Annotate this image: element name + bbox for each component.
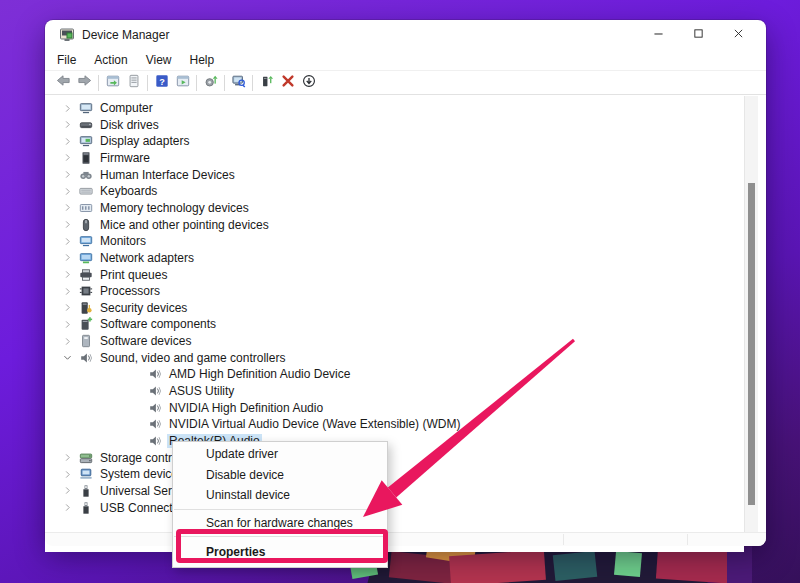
minimize-button[interactable] [638, 20, 678, 50]
device-manager-icon [59, 27, 75, 43]
tree-item-memory-technology-devices[interactable]: Memory technology devices [61, 199, 251, 216]
tree-item-computer[interactable]: Computer [61, 100, 155, 117]
close-icon [732, 26, 745, 44]
tree-item-nvidia-virtual-audio-device-wave-extensible-wdm[interactable]: NVIDIA Virtual Audio Device (Wave Extens… [130, 416, 462, 433]
vertical-scrollbar[interactable] [744, 96, 758, 545]
chevron-right-icon[interactable] [61, 468, 73, 480]
tree-item-label: Monitors [98, 234, 148, 248]
svg-text:?: ? [159, 76, 165, 86]
tree-item-network-adapters[interactable]: Network adapters [61, 249, 196, 266]
chevron-right-icon[interactable] [61, 335, 73, 347]
tree-item-sound-video-and-game-controllers[interactable]: Sound, video and game controllers [61, 349, 287, 366]
console-window-button[interactable] [102, 73, 123, 93]
forward-button[interactable] [74, 73, 95, 93]
chevron-right-icon[interactable] [61, 452, 73, 464]
tree-item-human-interface-devices[interactable]: Human Interface Devices [61, 166, 237, 183]
help-button[interactable]: ? [151, 73, 172, 93]
tree-item-keyboards[interactable]: Keyboards [61, 183, 159, 200]
chevron-right-icon[interactable] [61, 252, 73, 264]
toolbar-separator [252, 75, 253, 91]
chevron-right-icon[interactable] [61, 285, 73, 297]
tree-item-label: Mice and other pointing devices [98, 218, 271, 232]
menu-file[interactable]: File [48, 51, 85, 69]
close-button[interactable] [718, 20, 758, 50]
computer-icon [79, 101, 93, 115]
menubar: FileActionViewHelp [45, 50, 766, 71]
firmware-icon [79, 151, 93, 165]
titlebar: Device Manager [45, 20, 766, 50]
toolbar: ? [45, 71, 766, 95]
printer-icon [79, 268, 93, 282]
uninstall-device-icon [260, 74, 274, 92]
tree-item-security-devices[interactable]: Security devices [61, 299, 189, 316]
chevron-right-icon[interactable] [61, 185, 73, 197]
tree-item-system-devices[interactable]: System devices [61, 466, 186, 483]
scan-hardware-icon [232, 74, 246, 92]
properties-doc-button[interactable] [123, 73, 144, 93]
menu-action[interactable]: Action [85, 51, 136, 69]
back-button[interactable] [53, 73, 74, 93]
tree-item-label: Display adapters [98, 134, 191, 148]
chevron-right-icon[interactable] [61, 235, 73, 247]
chevron-right-icon[interactable] [61, 219, 73, 231]
chevron-right-icon[interactable] [61, 302, 73, 314]
tree-item-software-devices[interactable]: Software devices [61, 333, 193, 350]
chevron-right-icon[interactable] [61, 119, 73, 131]
speaker-icon [148, 417, 162, 431]
tree-item-processors[interactable]: Processors [61, 283, 162, 300]
speaker-icon [148, 401, 162, 415]
scrollbar-thumb[interactable] [748, 183, 755, 505]
chevron-right-icon[interactable] [61, 169, 73, 181]
speaker-icon [148, 367, 162, 381]
device-tree: ComputerDisk drivesDisplay adaptersFirmw… [45, 96, 744, 552]
action-pane-button[interactable] [172, 73, 193, 93]
tree-item-display-adapters[interactable]: Display adapters [61, 133, 191, 150]
chevron-right-icon[interactable] [61, 269, 73, 281]
toolbar-separator [98, 75, 99, 91]
storage-icon [79, 451, 93, 465]
tree-item-label: Processors [98, 284, 162, 298]
update-driver-icon [204, 74, 218, 92]
maximize-button[interactable] [678, 20, 718, 50]
tree-item-monitors[interactable]: Monitors [61, 233, 148, 250]
remove-button[interactable] [277, 73, 298, 93]
context-menu-item-properties[interactable]: Properties [173, 540, 387, 564]
tree-item-software-components[interactable]: Software components [61, 316, 218, 333]
uninstall-device-button[interactable] [256, 73, 277, 93]
chevron-right-icon[interactable] [61, 135, 73, 147]
tree-item-asus-utility[interactable]: ASUS Utility [130, 383, 236, 400]
desktop: { "window": { "title": "Device Manager",… [0, 0, 800, 583]
scan-hardware-button[interactable] [228, 73, 249, 93]
tree-item-label: Keyboards [98, 184, 159, 198]
tree-item-print-queues[interactable]: Print queues [61, 266, 169, 283]
disable-device-button[interactable] [298, 73, 319, 93]
context-menu-item-update-driver[interactable]: Update driver [173, 444, 387, 465]
chevron-right-icon[interactable] [61, 502, 73, 514]
menu-separator [174, 509, 386, 510]
context-menu-item-disable-device[interactable]: Disable device [173, 465, 387, 486]
window-controls [638, 20, 758, 50]
menu-help[interactable]: Help [181, 51, 224, 69]
chevron-spacer [130, 402, 142, 414]
tree-item-disk-drives[interactable]: Disk drives [61, 116, 161, 133]
tree-item-label: Human Interface Devices [98, 168, 237, 182]
chevron-down-icon[interactable] [61, 352, 73, 364]
chevron-right-icon[interactable] [61, 318, 73, 330]
chevron-spacer [130, 385, 142, 397]
chevron-right-icon[interactable] [61, 485, 73, 497]
toolbar-separator [147, 75, 148, 91]
chevron-right-icon[interactable] [61, 202, 73, 214]
tree-item-amd-high-definition-audio-device[interactable]: AMD High Definition Audio Device [130, 366, 352, 383]
menu-view[interactable]: View [137, 51, 181, 69]
wallpaper-shape [449, 550, 546, 583]
context-menu-item-scan-for-hardware-changes[interactable]: Scan for hardware changes [173, 513, 387, 534]
chevron-right-icon[interactable] [61, 152, 73, 164]
monitor-icon [79, 234, 93, 248]
display-adapter-icon [79, 134, 93, 148]
tree-item-mice-and-other-pointing-devices[interactable]: Mice and other pointing devices [61, 216, 271, 233]
update-driver-button[interactable] [200, 73, 221, 93]
chevron-right-icon[interactable] [61, 102, 73, 114]
tree-item-firmware[interactable]: Firmware [61, 149, 152, 166]
tree-item-nvidia-high-definition-audio[interactable]: NVIDIA High Definition Audio [130, 399, 325, 416]
context-menu-item-uninstall-device[interactable]: Uninstall device [173, 485, 387, 506]
